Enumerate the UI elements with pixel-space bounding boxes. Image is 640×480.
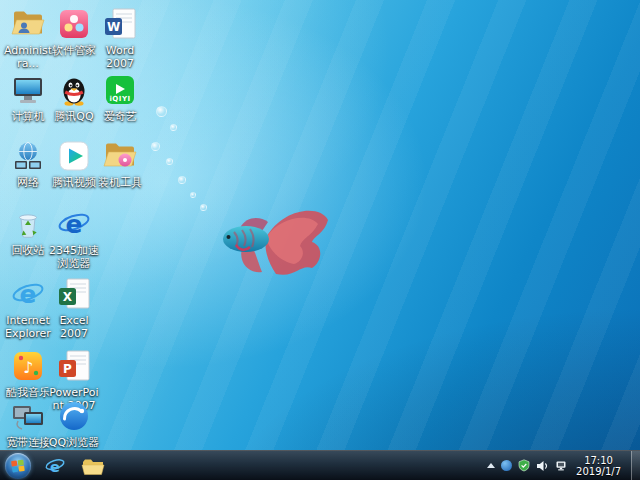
bubble xyxy=(170,124,177,131)
desktop-icon-kuwo-music[interactable]: ♪ 酷我音乐 xyxy=(2,348,54,399)
kuwo-music-icon: ♪ xyxy=(10,348,46,384)
desktop-icon-label: 软件管家 xyxy=(52,44,96,57)
ie-glyph: e xyxy=(20,280,37,309)
2345-glyph: e xyxy=(66,210,83,239)
qq-penguin-icon xyxy=(56,72,92,108)
word-icon: W xyxy=(102,6,138,42)
desktop-icon-excel-2007[interactable]: X Excel 2007 xyxy=(48,276,100,340)
desktop-icon-label: 回收站 xyxy=(12,244,45,257)
tray-volume-icon[interactable] xyxy=(536,460,549,472)
powerpoint-icon: P xyxy=(56,348,92,384)
excel-icon: X xyxy=(56,276,92,312)
bubble xyxy=(166,158,173,165)
computer-icon xyxy=(10,72,46,108)
clock-date: 2019/1/7 xyxy=(576,466,621,477)
bubble xyxy=(156,106,167,117)
tray-app-icon[interactable] xyxy=(501,460,512,471)
bubble xyxy=(200,204,207,211)
desktop: Administra... 软件管家 W Word 2007 xyxy=(0,0,640,480)
clock-time: 17:10 xyxy=(576,455,621,466)
desktop-icon-tencent-video[interactable]: 腾讯视频 xyxy=(48,138,100,189)
network-icon xyxy=(10,138,46,174)
iqiyi-glyph: iQIYI xyxy=(109,95,130,103)
internet-explorer-icon: e xyxy=(44,455,66,477)
taskbar-clock[interactable]: 17:10 2019/1/7 xyxy=(576,455,621,477)
bubble xyxy=(151,142,160,151)
desktop-icon-broadband-connection[interactable]: 宽带连接 xyxy=(2,398,54,449)
desktop-icon-label: 计算机 xyxy=(12,110,45,123)
desktop-icon-network[interactable]: 网络 xyxy=(2,138,54,189)
word-glyph: W xyxy=(107,20,120,34)
iqiyi-icon: iQIYI xyxy=(102,72,138,108)
taskbar-internet-explorer-button[interactable]: e xyxy=(37,453,73,479)
desktop-icon-label: Word 2007 xyxy=(94,44,146,70)
taskbar-ie-glyph: e xyxy=(50,457,60,474)
desktop-icon-label: 爱奇艺 xyxy=(104,110,137,123)
bubble xyxy=(178,176,186,184)
tencent-video-icon xyxy=(56,138,92,174)
desktop-icon-label: Administra... xyxy=(2,44,54,70)
desktop-icon-label: 腾讯QQ xyxy=(54,110,93,123)
desktop-icon-label: 装机工具 xyxy=(98,176,142,189)
internet-explorer-icon: e xyxy=(10,276,46,312)
desktop-icon-label: Excel 2007 xyxy=(48,314,100,340)
desktop-icon-label: 2345加速浏览器 xyxy=(48,244,100,270)
desktop-icon-recycle-bin[interactable]: 回收站 xyxy=(2,206,54,257)
desktop-icon-administrator[interactable]: Administra... xyxy=(2,6,54,70)
install-tools-folder-icon xyxy=(102,138,138,174)
broadband-connection-icon xyxy=(10,398,46,434)
desktop-icon-tencent-qq[interactable]: 腾讯QQ xyxy=(48,72,100,123)
desktop-icon-internet-explorer[interactable]: e Internet Explorer xyxy=(2,276,54,340)
start-button[interactable] xyxy=(5,453,31,479)
qq-browser-icon xyxy=(56,398,92,434)
excel-glyph: X xyxy=(63,290,73,304)
taskbar: e xyxy=(0,450,640,480)
tray-network-icon[interactable] xyxy=(555,460,568,472)
desktop-icon-label: Internet Explorer xyxy=(2,314,54,340)
desktop-icon-label: 网络 xyxy=(17,176,39,189)
bubble xyxy=(190,192,196,198)
2345-browser-icon: e xyxy=(56,206,92,242)
recycle-bin-icon xyxy=(10,206,46,242)
desktop-icon-label: 宽带连接 xyxy=(6,436,50,449)
powerpoint-glyph: P xyxy=(63,362,72,376)
windows-logo-icon xyxy=(10,458,26,474)
desktop-icon-computer[interactable]: 计算机 xyxy=(2,72,54,123)
folder-icon xyxy=(81,456,105,476)
desktop-icon-2345-browser[interactable]: e 2345加速浏览器 xyxy=(48,206,100,270)
desktop-icon-software-manager[interactable]: 软件管家 xyxy=(48,6,100,57)
tray-security-shield-icon[interactable] xyxy=(518,459,530,472)
software-manager-icon xyxy=(56,6,92,42)
show-desktop-button[interactable] xyxy=(631,451,640,480)
betta-fish xyxy=(212,192,340,296)
desktop-icon-install-tools[interactable]: 装机工具 xyxy=(94,138,146,189)
desktop-icon-label: QQ浏览器 xyxy=(49,436,99,449)
desktop-icon-iqiyi[interactable]: iQIYI 爱奇艺 xyxy=(94,72,146,123)
administrator-folder-icon xyxy=(10,6,46,42)
kuwo-glyph: ♪ xyxy=(23,358,33,377)
tray-hidden-icons-button[interactable] xyxy=(487,463,495,468)
system-tray: 17:10 2019/1/7 xyxy=(487,451,640,480)
desktop-icon-word-2007[interactable]: W Word 2007 xyxy=(94,6,146,70)
desktop-icon-qq-browser[interactable]: QQ浏览器 xyxy=(48,398,100,449)
taskbar-windows-explorer-button[interactable] xyxy=(75,453,111,479)
desktop-icon-label: 腾讯视频 xyxy=(52,176,96,189)
